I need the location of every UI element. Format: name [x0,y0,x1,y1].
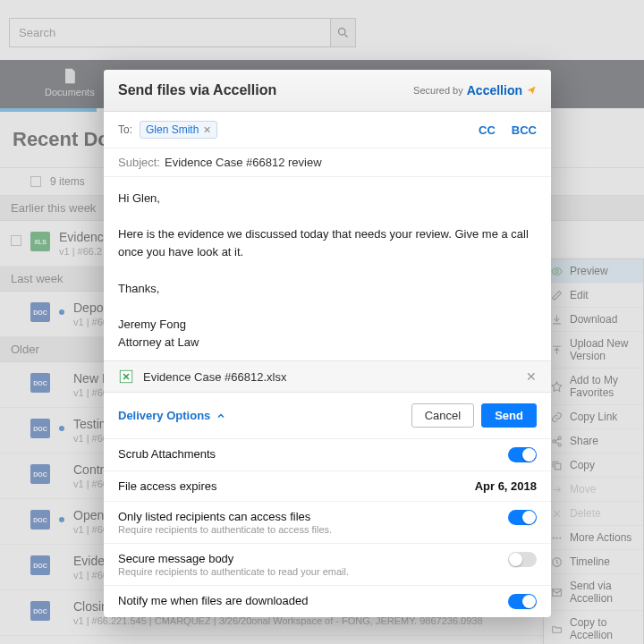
unread-dot [59,309,64,315]
svg-point-8 [555,537,557,538]
bcc-button[interactable]: BCC [512,123,537,137]
to-label: To: [118,123,132,136]
scrub-attachments-toggle[interactable] [508,447,537,462]
delivery-options-toggle[interactable]: Delivery Options [118,409,226,422]
secure-body-toggle[interactable] [508,552,537,567]
doc-icon: DOC [30,601,50,621]
menu-move: Move [544,478,643,502]
search-box[interactable] [9,18,356,47]
search-input[interactable] [10,19,330,47]
remove-recipient-icon[interactable]: ✕ [203,124,211,136]
file-access-expires-value[interactable]: Apr 6, 2018 [475,479,537,493]
menu-copy[interactable]: Copy [544,453,643,478]
doc-icon: DOC [30,373,50,393]
notify-downloads-label: Notify me when files are downloaded [118,594,508,607]
menu-edit[interactable]: Edit [544,284,643,308]
xlsx-icon [118,369,134,385]
send-button[interactable]: Send [481,403,537,428]
menu-copy-to-accellion[interactable]: Copy to Accellion [544,611,643,644]
subject-text: Evidence Case #66812 review [165,156,322,169]
menu-share[interactable]: Share [544,429,643,453]
menu-copy-link[interactable]: Copy Link [544,405,643,429]
doc-icon: DOC [30,510,50,530]
notify-downloads-toggle[interactable] [508,594,537,609]
xls-icon: XLS [30,232,50,251]
cancel-button[interactable]: Cancel [411,403,474,428]
menu-more-actions[interactable]: More Actions [544,526,643,550]
menu-send-via-accellion[interactable]: Send via Accellion [544,574,643,611]
accellion-logo-icon [526,85,537,96]
menu-add-favorites[interactable]: Add to My Favorites [544,369,643,405]
menu-preview[interactable]: Preview [544,259,643,284]
doc-icon: DOC [30,464,50,484]
doc-icon: DOC [30,555,50,575]
modal-title: Send files via Accellion [118,82,276,98]
menu-upload-new-version[interactable]: Upload New Version [544,332,643,369]
listed-recipients-label: Only listed recipients can access files [118,510,508,523]
attachment-name: Evidence Case #66812.xlsx [143,370,286,384]
tab-label: Documents [45,87,95,97]
svg-point-9 [559,537,561,538]
svg-point-0 [339,29,346,36]
attachment-row: Evidence Case #66812.xlsx ✕ [104,360,551,393]
secured-by-label: Secured by Accellion [413,83,537,97]
menu-download[interactable]: Download [544,308,643,332]
menu-timeline[interactable]: Timeline [544,550,643,574]
secure-body-label: Secure message body [118,552,508,565]
svg-point-2 [555,269,558,272]
remove-attachment-icon[interactable]: ✕ [526,369,537,384]
svg-rect-6 [555,463,561,470]
cc-button[interactable]: CC [479,123,496,137]
select-all-checkbox[interactable] [30,176,41,187]
svg-line-1 [344,34,347,37]
doc-icon: DOC [30,302,50,322]
context-menu: Preview Edit Download Upload New Version… [543,258,644,644]
scrub-attachments-label: Scrub Attachments [118,447,508,461]
send-files-modal: Send files via Accellion Secured by Acce… [104,70,551,617]
file-access-expires-label: File access expires [118,479,475,493]
message-body[interactable]: Hi Glen, Here is the evidence we discuss… [104,177,551,360]
subject-row[interactable]: Subject: Evidence Case #66812 review [104,148,551,177]
chevron-up-icon [216,411,226,421]
listed-recipients-toggle[interactable] [508,510,537,525]
svg-point-7 [553,537,555,538]
menu-delete: Delete [544,502,643,526]
search-icon[interactable] [330,19,355,47]
doc-icon: DOC [30,419,50,438]
recipient-chip[interactable]: Glen Smith✕ [140,121,217,139]
tab-documents[interactable]: Documents [45,67,95,97]
